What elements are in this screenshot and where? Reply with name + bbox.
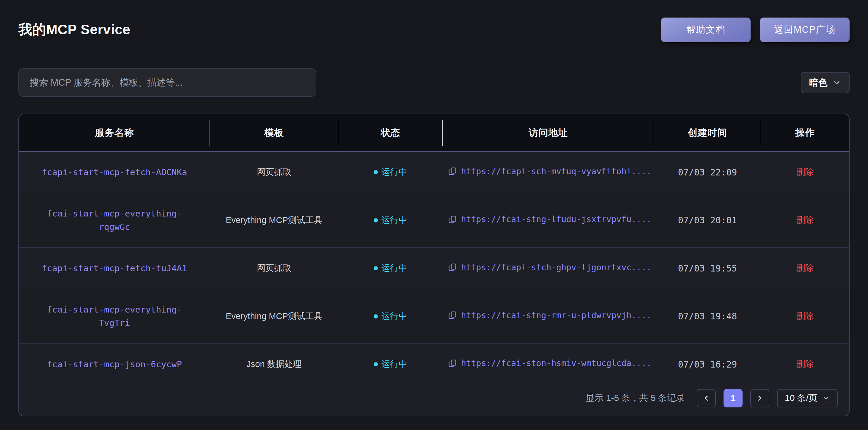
theme-select-value: 暗色: [809, 76, 828, 89]
top-bar: 我的MCP Service 帮助文档 返回MCP广场: [19, 0, 849, 43]
table-header: 服务名称 模板 状态 访问地址 创建时间 操作: [19, 114, 849, 152]
table-row: fcai-start-mcp-everything-rqgwGc Everyth…: [19, 193, 849, 248]
status-badge: 运行中: [374, 310, 407, 322]
service-url[interactable]: https://fcapi-stch-ghpv-ljgonrtxvc....: [461, 263, 652, 272]
table-body: fcapi-start-mcp-fetch-AOCNKa 网页抓取 运行中 ht…: [19, 152, 849, 385]
chevron-left-icon: [702, 394, 710, 402]
col-header-service-name: 服务名称: [19, 114, 210, 152]
copy-icon[interactable]: [448, 263, 457, 272]
created-time: 07/03 19:48: [678, 311, 737, 321]
theme-select[interactable]: 暗色: [801, 72, 849, 93]
controls-row: 暗色: [19, 68, 849, 97]
status-label: 运行中: [381, 166, 407, 178]
page-size-select[interactable]: 10 条/页: [777, 389, 838, 407]
status-badge: 运行中: [374, 214, 407, 226]
table-row: fcapi-start-mcp-fetch-AOCNKa 网页抓取 运行中 ht…: [19, 152, 849, 193]
delete-button[interactable]: 删除: [796, 263, 814, 273]
copy-icon[interactable]: [448, 359, 457, 368]
next-page-button[interactable]: [750, 389, 769, 407]
url-cell: https://fcai-ston-hsmiv-wmtucglcda....: [448, 358, 652, 368]
status-dot-icon: [374, 170, 378, 174]
status-badge: 运行中: [374, 262, 407, 274]
created-time: 07/03 19:55: [678, 263, 737, 274]
delete-button[interactable]: 删除: [796, 167, 814, 177]
pagination-summary: 显示 1-5 条，共 5 条记录: [586, 392, 685, 404]
service-url[interactable]: https://fcai-stng-lfudu-jsxtrvpvfu....: [461, 214, 652, 224]
service-name: fcai-start-mcp-json-6cycwP: [47, 358, 182, 371]
table-row: fcapi-start-mcp-fetch-tuJ4A1 网页抓取 运行中 ht…: [19, 248, 849, 289]
service-url[interactable]: https://fcai-ston-hsmiv-wmtucglcda....: [461, 358, 652, 368]
service-name: fcai-start-mcp-everything-TvgTri: [37, 303, 192, 330]
col-header-status: 状态: [338, 114, 443, 152]
service-name: fcai-start-mcp-everything-rqgwGc: [37, 207, 192, 234]
service-name: fcapi-start-mcp-fetch-AOCNKa: [42, 166, 187, 179]
mcp-service-page: 我的MCP Service 帮助文档 返回MCP广场 暗色 服务名称 模板 状态…: [0, 0, 868, 430]
col-header-actions: 操作: [761, 114, 849, 152]
table-footer: 显示 1-5 条，共 5 条记录 1 10 条/页: [19, 385, 849, 416]
delete-button[interactable]: 删除: [796, 215, 814, 225]
help-docs-button[interactable]: 帮助文档: [661, 18, 751, 42]
template-name: Everything MCP测试工具: [226, 215, 322, 225]
created-time: 07/03 22:09: [678, 167, 737, 178]
created-time: 07/03 16:29: [678, 359, 737, 370]
current-page-button[interactable]: 1: [723, 389, 743, 407]
status-dot-icon: [374, 362, 378, 366]
template-name: 网页抓取: [257, 263, 291, 273]
copy-icon[interactable]: [448, 310, 457, 320]
table-row: fcai-start-mcp-json-6cycwP Json 数据处理 运行中…: [19, 344, 849, 385]
page-size-value: 10 条/页: [785, 392, 817, 404]
template-name: Everything MCP测试工具: [226, 311, 322, 321]
prev-page-button[interactable]: [697, 389, 716, 407]
url-cell: https://fcai-stng-rmr-u-pldwrvpvjh....: [448, 310, 652, 320]
search-input[interactable]: [19, 68, 316, 97]
status-label: 运行中: [381, 358, 407, 370]
col-header-created: 创建时间: [654, 114, 761, 152]
status-label: 运行中: [381, 214, 407, 226]
service-url[interactable]: https://fcai-stng-rmr-u-pldwrvpvjh....: [461, 310, 652, 320]
status-label: 运行中: [381, 310, 407, 322]
status-label: 运行中: [381, 262, 407, 274]
services-table-card: 服务名称 模板 状态 访问地址 创建时间 操作 fcapi-start-mcp-…: [19, 114, 849, 416]
status-dot-icon: [374, 314, 378, 318]
copy-icon[interactable]: [448, 166, 457, 176]
created-time: 07/03 20:01: [678, 215, 737, 225]
chevron-down-icon: [822, 394, 830, 402]
table-row: fcai-start-mcp-everything-TvgTri Everyth…: [19, 289, 849, 344]
back-to-mcp-plaza-button[interactable]: 返回MCP广场: [760, 18, 849, 42]
status-dot-icon: [374, 266, 378, 270]
delete-button[interactable]: 删除: [796, 359, 814, 369]
template-name: 网页抓取: [257, 167, 291, 177]
top-actions: 帮助文档 返回MCP广场: [661, 18, 849, 42]
col-header-template: 模板: [210, 114, 338, 152]
service-url[interactable]: https://fcapi-sch-mvtuq-vyavfitohi....: [461, 166, 652, 176]
delete-button[interactable]: 删除: [796, 311, 814, 321]
status-badge: 运行中: [374, 358, 407, 370]
col-header-url: 访问地址: [443, 114, 654, 152]
page-title: 我的MCP Service: [19, 21, 130, 39]
url-cell: https://fcapi-sch-mvtuq-vyavfitohi....: [448, 166, 652, 176]
status-badge: 运行中: [374, 166, 407, 178]
url-cell: https://fcapi-stch-ghpv-ljgonrtxvc....: [448, 263, 652, 272]
copy-icon[interactable]: [448, 215, 457, 224]
status-dot-icon: [374, 218, 378, 222]
template-name: Json 数据处理: [246, 359, 302, 369]
chevron-down-icon: [832, 78, 841, 87]
services-table: 服务名称 模板 状态 访问地址 创建时间 操作 fcapi-start-mcp-…: [19, 114, 849, 385]
url-cell: https://fcai-stng-lfudu-jsxtrvpvfu....: [448, 214, 652, 224]
chevron-right-icon: [756, 394, 764, 402]
service-name: fcapi-start-mcp-fetch-tuJ4A1: [42, 262, 187, 275]
